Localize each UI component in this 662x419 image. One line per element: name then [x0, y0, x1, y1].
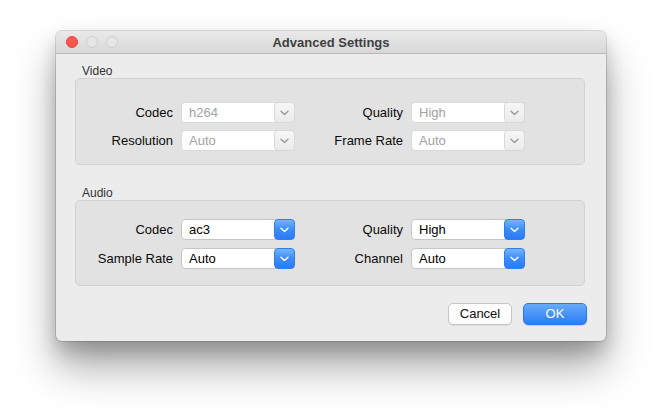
advanced-settings-dialog: Advanced Settings Video Codec h264 Quali… [56, 31, 606, 341]
chevron-down-icon[interactable] [274, 248, 295, 269]
video-codec-label: Codec [76, 105, 173, 120]
video-framerate-label: Frame Rate [303, 133, 403, 148]
audio-group-label: Audio [82, 186, 113, 200]
chevron-down-icon [274, 102, 295, 123]
chevron-down-icon[interactable] [274, 219, 295, 240]
title-bar[interactable]: Advanced Settings [56, 31, 606, 54]
cancel-button[interactable]: Cancel [448, 303, 512, 325]
video-resolution-label: Resolution [76, 133, 173, 148]
video-quality-combobox: High [411, 102, 525, 123]
window-title: Advanced Settings [56, 31, 606, 53]
chevron-down-icon [274, 130, 295, 151]
audio-codec-label: Codec [76, 222, 173, 237]
audio-samplerate-label: Sample Rate [76, 251, 173, 266]
chevron-down-icon [504, 130, 525, 151]
video-framerate-combobox: Auto [411, 130, 525, 151]
chevron-down-icon[interactable] [504, 219, 525, 240]
dialog-button-row: Cancel OK [56, 303, 606, 325]
audio-quality-label: Quality [303, 222, 403, 237]
video-quality-label: Quality [303, 105, 403, 120]
audio-group-box: Codec ac3 Quality High Sample Rate Auto [75, 200, 585, 286]
audio-channel-label: Channel [303, 251, 403, 266]
video-group-box: Codec h264 Quality High Resolution Auto [75, 78, 585, 165]
audio-samplerate-combobox[interactable]: Auto [181, 248, 295, 269]
video-codec-combobox: h264 [181, 102, 295, 123]
video-group-label: Video [82, 64, 112, 78]
audio-codec-combobox[interactable]: ac3 [181, 219, 295, 240]
audio-channel-combobox[interactable]: Auto [411, 248, 525, 269]
chevron-down-icon[interactable] [504, 248, 525, 269]
chevron-down-icon [504, 102, 525, 123]
ok-button[interactable]: OK [523, 303, 587, 325]
audio-quality-combobox[interactable]: High [411, 219, 525, 240]
video-resolution-combobox: Auto [181, 130, 295, 151]
